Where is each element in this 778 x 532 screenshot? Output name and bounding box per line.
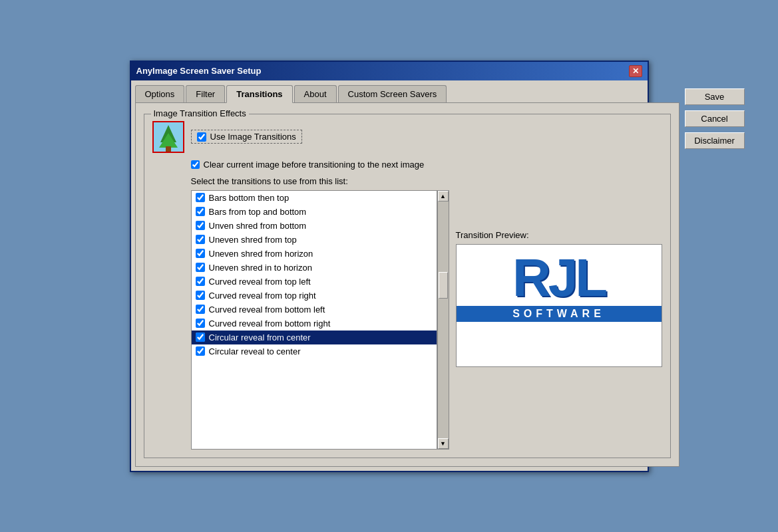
item-checkbox-8[interactable] [196, 291, 205, 300]
save-button[interactable]: Save [685, 88, 745, 105]
main-area: Options Filter Transitions About Custom … [135, 84, 680, 467]
scroll-track [438, 201, 449, 438]
tab-transitions[interactable]: Transitions [226, 85, 292, 103]
clear-image-checkbox[interactable] [191, 160, 200, 169]
list-scrollbar[interactable]: ▲ ▼ [437, 190, 449, 450]
list-item[interactable]: Curved reveal from top left [192, 275, 437, 289]
use-image-transitions-checkbox[interactable] [197, 132, 206, 142]
side-buttons: Save Cancel Disclaimer [685, 84, 745, 467]
tab-custom-screen-savers[interactable]: Custom Screen Savers [338, 85, 447, 103]
tab-filter[interactable]: Filter [186, 85, 225, 103]
item-checkbox-9[interactable] [196, 305, 205, 314]
window-title: AnyImage Screen Saver Setup [136, 66, 262, 76]
select-label: Select the transitions to use from this … [191, 176, 662, 186]
list-item[interactable]: Uneven shred from horizon [192, 247, 437, 261]
item-checkbox-5[interactable] [196, 249, 205, 258]
disclaimer-button[interactable]: Disclaimer [685, 132, 745, 149]
tab-bar: Options Filter Transitions About Custom … [135, 84, 680, 102]
image-transition-effects-group: Image Transition Effects [144, 114, 671, 458]
list-item[interactable]: Curved reveal from top right [192, 289, 437, 303]
item-checkbox-7[interactable] [196, 277, 205, 286]
scroll-up-button[interactable]: ▲ [438, 191, 449, 201]
window-content: Options Filter Transitions About Custom … [131, 80, 648, 471]
list-item[interactable]: Curved reveal from bottom right [192, 317, 437, 331]
use-image-transitions-text: Use Image Transitions [210, 132, 296, 142]
preview-label: Transition Preview: [456, 230, 662, 240]
main-window: AnyImage Screen Saver Setup ✕ Options Fi… [130, 61, 649, 472]
item-checkbox-10[interactable] [196, 319, 205, 328]
close-button[interactable]: ✕ [629, 65, 642, 77]
transitions-panel: Image Transition Effects [135, 102, 680, 467]
item-checkbox-6[interactable] [196, 263, 205, 272]
preview-panel: Transition Preview: RJL SOFTWARE [449, 190, 662, 450]
title-bar: AnyImage Screen Saver Setup ✕ [131, 62, 648, 80]
list-scroll[interactable]: Bars bottom then top Bars from top and b… [192, 191, 437, 449]
rjl-logo: RJL SOFTWARE [457, 245, 662, 366]
item-checkbox-12[interactable] [196, 346, 205, 356]
list-item[interactable]: Uneven shred from top [192, 233, 437, 247]
list-item[interactable]: Uneven shred in to horizon [192, 261, 437, 275]
item-checkbox-4[interactable] [196, 235, 205, 244]
item-checkbox-1[interactable] [196, 193, 205, 202]
transition-list[interactable]: Bars bottom then top Bars from top and b… [191, 190, 437, 450]
use-image-transitions-label[interactable]: Use Image Transitions [191, 130, 302, 144]
svg-rect-3 [166, 146, 171, 152]
list-item[interactable]: Curved reveal from bottom left [192, 303, 437, 317]
item-checkbox-3[interactable] [196, 221, 205, 230]
list-item[interactable]: Bars from top and bottom [192, 205, 437, 219]
software-text: SOFTWARE [457, 306, 662, 322]
top-row: Use Image Transitions [152, 121, 662, 153]
item-checkbox-2[interactable] [196, 207, 205, 216]
list-item[interactable]: Circular reveal to center [192, 344, 437, 358]
list-item[interactable]: Bars bottom then top [192, 191, 437, 205]
list-item[interactable]: Unven shred from bottom [192, 219, 437, 233]
clear-image-label: Clear current image before transitioning… [204, 160, 425, 170]
scroll-down-button[interactable]: ▼ [438, 438, 449, 449]
image-preview-icon [152, 121, 184, 153]
clear-image-row: Clear current image before transitioning… [191, 160, 662, 170]
cancel-button[interactable]: Cancel [685, 110, 745, 127]
tab-options[interactable]: Options [135, 85, 185, 103]
preview-box: RJL SOFTWARE [456, 244, 662, 367]
scroll-thumb[interactable] [439, 272, 448, 299]
list-item-selected[interactable]: Circular reveal from center [192, 331, 437, 344]
item-checkbox-11[interactable] [196, 332, 205, 342]
group-box-title: Image Transition Effects [151, 108, 249, 118]
rjl-logo-text: RJL [512, 245, 605, 305]
tab-about[interactable]: About [294, 85, 337, 103]
